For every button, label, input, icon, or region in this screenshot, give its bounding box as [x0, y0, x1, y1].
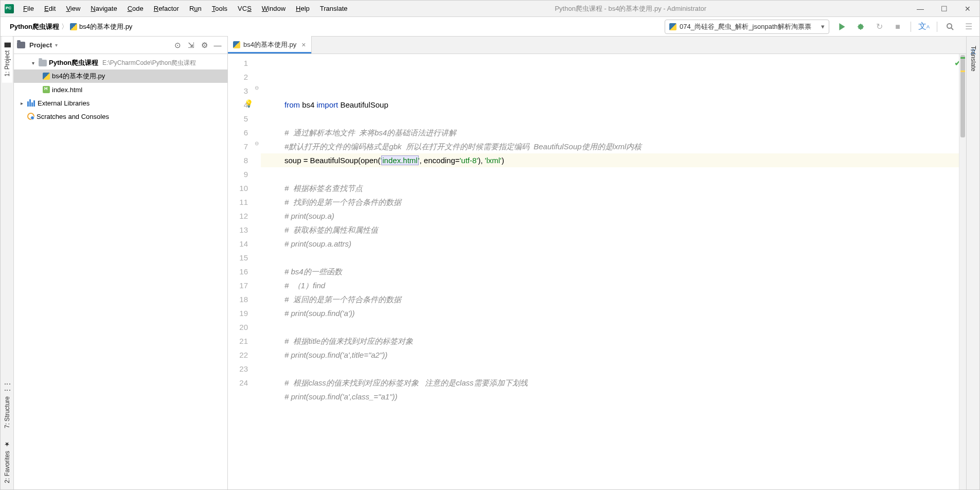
ide-settings-button[interactable]: ☰ — [961, 20, 976, 34]
stop-button[interactable]: ■ — [890, 20, 905, 34]
menu-run[interactable]: Run — [184, 3, 207, 14]
project-panel-title[interactable]: Project — [29, 41, 52, 49]
breadcrumb-file-label: bs4的基本使用.py — [79, 22, 132, 31]
tree-project-root[interactable]: ▾ Python爬虫课程 E:\PyCharmCode\Python爬虫课程 — [14, 56, 227, 69]
star-icon: ★ — [4, 441, 11, 448]
library-icon — [27, 99, 35, 107]
editor-area: bs4的基本使用.py × 12345678910111213141516171… — [228, 37, 966, 489]
tool-tab-structure[interactable]: 7: Structure ⋮⋮ — [2, 375, 12, 434]
tool-tab-label: 2: Favorites — [4, 451, 11, 483]
menu-translate[interactable]: Translate — [315, 3, 353, 14]
breadcrumb: Python爬虫课程 〉 bs4的基本使用.py — [4, 22, 132, 31]
project-tree[interactable]: ▾ Python爬虫课程 E:\PyCharmCode\Python爬虫课程 b… — [14, 54, 227, 489]
project-panel-header: Project ▾ ⊙ ⇲ ⚙ — — [14, 37, 227, 54]
fold-marker-icon[interactable]: ⊖ — [255, 141, 260, 146]
tree-file-row[interactable]: index.html — [14, 83, 227, 96]
expand-arrow-icon[interactable]: ▸ — [18, 100, 25, 106]
svg-line-2 — [951, 28, 953, 30]
tree-label: bs4的基本使用.py — [52, 72, 105, 81]
menu-view[interactable]: View — [61, 3, 85, 14]
chevron-down-icon: ▾ — [821, 23, 825, 30]
menu-edit[interactable]: Edit — [39, 3, 61, 14]
tree-label: index.html — [52, 86, 82, 94]
menu-vcs[interactable]: VCS — [233, 3, 257, 14]
folder-icon — [39, 60, 47, 66]
select-opened-file-button[interactable]: ⊙ — [171, 39, 184, 52]
app-icon — [5, 4, 14, 13]
title-bar: File Edit View Navigate Code Refactor Ru… — [1, 1, 979, 17]
breadcrumb-project[interactable]: Python爬虫课程 — [10, 22, 59, 31]
hide-panel-button[interactable]: — — [211, 39, 224, 52]
run-configuration-selector[interactable]: 074_尚硅谷_爬虫_解析_jsonpath解析淘票票 ▾ — [665, 20, 829, 34]
tool-tab-label: 7: Structure — [4, 396, 11, 428]
tool-tab-label: Translate — [970, 46, 977, 72]
tree-path: E:\PyCharmCode\Python爬虫课程 — [102, 59, 196, 67]
right-tool-stripe: 文 Translate — [966, 37, 979, 489]
html-file-icon — [43, 86, 50, 93]
breadcrumb-file[interactable]: bs4的基本使用.py — [70, 22, 132, 31]
scroll-marker — [960, 71, 965, 72]
search-everywhere-button[interactable] — [942, 20, 958, 34]
code-editor[interactable]: 123456789101112131415161718192021222324 … — [228, 54, 966, 489]
tree-scratches[interactable]: Scratches and Consoles — [14, 110, 227, 123]
tool-tab-label: 1: Project — [4, 50, 11, 77]
svg-point-1 — [947, 24, 952, 28]
code-content[interactable]: 💡 from bs4 import BeautifulSoup # 通过解析本地… — [261, 54, 959, 489]
debug-button[interactable] — [853, 20, 868, 34]
tool-tab-favorites[interactable]: 2: Favorites ★ — [2, 434, 12, 489]
run-button[interactable] — [834, 20, 850, 34]
scratches-icon — [27, 113, 34, 120]
fold-marker-icon[interactable]: ⊖ — [255, 85, 260, 90]
python-file-icon — [70, 23, 77, 30]
breadcrumb-separator: 〉 — [61, 22, 68, 31]
minimize-button[interactable]: — — [908, 1, 932, 16]
scrollbar-thumb[interactable] — [960, 55, 965, 137]
menu-help[interactable]: Help — [291, 3, 315, 14]
tree-external-libraries[interactable]: ▸ External Libraries — [14, 96, 227, 110]
expand-all-button[interactable]: ⇲ — [184, 39, 198, 52]
tree-label: External Libraries — [38, 99, 90, 107]
tree-label: Scratches and Consoles — [37, 113, 109, 120]
line-number-gutter: 123456789101112131415161718192021222324 — [228, 54, 254, 489]
window-title: Python爬虫课程 - bs4的基本使用.py - Administrator — [353, 4, 908, 13]
left-tool-stripe: 1: Project ▇ 7: Structure ⋮⋮ 2: Favorite… — [1, 37, 14, 489]
chevron-down-icon[interactable]: ▾ — [55, 42, 58, 48]
menu-code[interactable]: Code — [122, 3, 149, 14]
menu-navigate[interactable]: Navigate — [85, 3, 122, 14]
menu-file[interactable]: File — [18, 3, 39, 14]
editor-tab-bar: bs4的基本使用.py × — [228, 37, 966, 54]
editor-tab-label: bs4的基本使用.py — [243, 40, 296, 49]
python-file-icon — [43, 73, 50, 80]
folder-icon: ▇ — [4, 43, 11, 47]
python-file-icon — [669, 23, 676, 30]
project-tool-window: Project ▾ ⊙ ⇲ ⚙ — ▾ Python爬虫课程 E:\PyChar… — [14, 37, 228, 489]
structure-icon: ⋮⋮ — [4, 381, 11, 393]
settings-gear-icon[interactable]: ⚙ — [198, 39, 211, 52]
close-tab-icon[interactable]: × — [301, 41, 306, 49]
editor-scrollbar[interactable] — [959, 54, 966, 489]
menu-bar: File Edit View Navigate Code Refactor Ru… — [18, 3, 353, 14]
editor-tab[interactable]: bs4的基本使用.py × — [228, 36, 312, 54]
tool-tab-translate[interactable]: 文 Translate — [967, 37, 979, 78]
menu-refactor[interactable]: Refactor — [149, 3, 184, 14]
python-file-icon — [233, 41, 240, 48]
folder-icon — [17, 42, 25, 48]
expand-arrow-icon[interactable]: ▾ — [29, 60, 37, 66]
menu-tools[interactable]: Tools — [207, 3, 233, 14]
window-controls: — ☐ ✕ — [908, 1, 979, 16]
translate-button[interactable]: 文A — [916, 20, 932, 34]
tool-tab-project[interactable]: 1: Project ▇ — [2, 37, 12, 83]
maximize-button[interactable]: ☐ — [932, 1, 956, 16]
tree-label: Python爬虫课程 — [49, 58, 98, 67]
intention-bulb-icon[interactable]: 💡 — [244, 97, 253, 111]
navigation-bar: Python爬虫课程 〉 bs4的基本使用.py 074_尚硅谷_爬虫_解析_j… — [1, 17, 979, 37]
fold-strip: ⊖ ⊖ — [254, 54, 261, 489]
menu-window[interactable]: Window — [257, 3, 291, 14]
close-button[interactable]: ✕ — [956, 1, 979, 16]
run-config-label: 074_尚硅谷_爬虫_解析_jsonpath解析淘票票 — [680, 22, 811, 31]
tree-file-row[interactable]: bs4的基本使用.py — [14, 69, 227, 83]
scroll-marker — [960, 57, 965, 59]
run-with-coverage-button[interactable]: ↻ — [871, 20, 887, 34]
